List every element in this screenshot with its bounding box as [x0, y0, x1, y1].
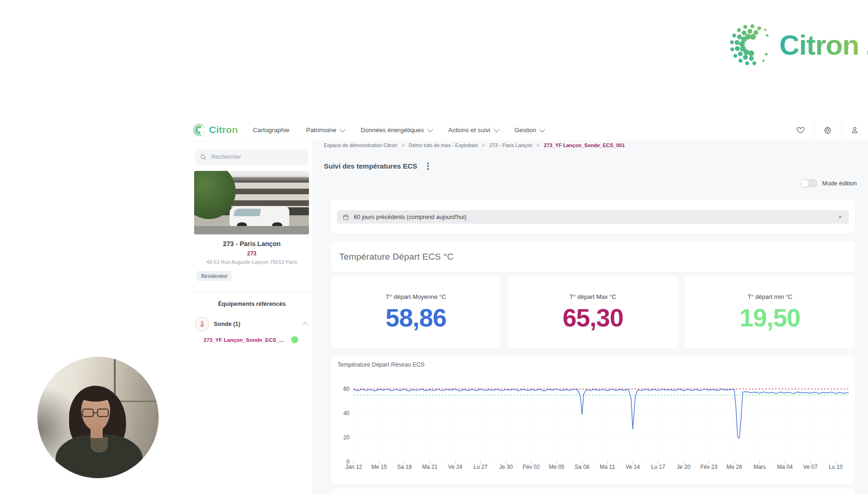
breadcrumb-item[interactable]: 273 - Paris Lançon: [489, 142, 532, 148]
svg-text:Ve 24: Ve 24: [448, 464, 462, 470]
building-tag-badge: Résidentiel: [196, 271, 232, 281]
svg-text:Fév 02: Fév 02: [523, 464, 540, 470]
section-header-card: Température Départ ECS °C: [331, 241, 855, 272]
date-filter-card: 60 jours précédents (comprend aujourd'hu…: [331, 200, 855, 233]
line-chart-canvas: Jan 12Me 15Sa 18Ma 21Ve 24Lu 27Je 30Fév …: [331, 375, 855, 477]
date-filter-label: 60 jours précédents (comprend aujourd'hu…: [354, 214, 466, 220]
calendar-icon: [343, 214, 349, 220]
svg-text:Me 05: Me 05: [549, 464, 565, 470]
close-icon[interactable]: ×: [837, 213, 843, 220]
svg-text:Sa 18: Sa 18: [397, 464, 412, 470]
mode-edition-toggle[interactable]: [801, 179, 818, 188]
svg-text:Me 15: Me 15: [371, 464, 387, 470]
app-navbar: Citron . Cartographie Patrimoine Données…: [190, 119, 868, 141]
svg-text:Mars: Mars: [753, 464, 766, 470]
equipment-group-sonde[interactable]: Sonde (1): [195, 315, 308, 333]
chevron-down-icon: [427, 126, 433, 132]
sidebar: 273 - Paris Lançon 273 49-53 Rue Auguste…: [190, 141, 314, 495]
breadcrumb: Espace de démonstration Citron > Démo tu…: [324, 142, 625, 148]
main-content: Espace de démonstration Citron > Démo tu…: [314, 141, 868, 495]
stat-value-moyenne: 58,86: [385, 303, 446, 332]
settings-button[interactable]: [814, 119, 841, 141]
svg-text:Lu 27: Lu 27: [474, 464, 488, 470]
search-input[interactable]: [211, 154, 303, 160]
svg-text:Ve 14: Ve 14: [626, 464, 640, 470]
svg-text:Je 20: Je 20: [677, 464, 691, 470]
favorites-button[interactable]: [787, 119, 814, 141]
citron-logo-mark-small-icon: [192, 123, 206, 137]
breadcrumb-item-current[interactable]: 273_YF Lançon_Sonde_ECS_001: [544, 142, 625, 148]
chart-title: Température Départ Réseau ECS: [337, 361, 425, 368]
chevron-down-icon: [339, 126, 345, 132]
nav-item-donnees-energetiques[interactable]: Données énergétiques: [361, 127, 432, 134]
chevron-up-icon[interactable]: [302, 322, 308, 328]
white-van: [230, 206, 289, 226]
svg-text:40: 40: [343, 410, 350, 417]
page-title: Suivi des températures ECS: [324, 162, 417, 170]
chart-card: Température Départ Réseau ECS Jan 12Me 1…: [331, 356, 855, 485]
stat-card-min: T° départ min °C 19,50: [685, 276, 855, 349]
svg-text:60: 60: [343, 386, 350, 392]
building-name: 273 - Paris Lançon: [190, 240, 313, 248]
nav-item-cartographie[interactable]: Cartographie: [253, 127, 289, 134]
svg-text:Sa 08: Sa 08: [575, 464, 590, 470]
webcam-overlay: [37, 357, 159, 478]
equipment-header: Équipements référencés: [190, 301, 313, 307]
status-dot: [291, 336, 298, 343]
svg-text:Me 26: Me 26: [727, 464, 742, 470]
breadcrumb-item[interactable]: Espace de démonstration Citron: [324, 142, 397, 148]
kebab-menu-icon[interactable]: [426, 161, 430, 171]
road: [194, 226, 309, 234]
chevron-down-icon: [493, 126, 499, 132]
mode-edition-label: Mode édition: [822, 180, 857, 187]
nav-actions: [787, 119, 868, 141]
citron-wordmark-period: .: [866, 29, 868, 61]
user-icon: [850, 126, 859, 134]
chevron-down-icon: [539, 126, 546, 132]
citron-wordmark-nav-dot: .: [239, 131, 240, 135]
svg-text:Ma 04: Ma 04: [777, 464, 793, 470]
divider: [190, 292, 313, 293]
heart-icon: [796, 126, 805, 134]
gear-icon: [823, 126, 832, 134]
citron-wordmark-nav: Citron: [209, 124, 238, 135]
svg-text:Je 30: Je 30: [499, 464, 513, 470]
person-glasses: [82, 409, 109, 417]
search-icon: [200, 154, 207, 161]
nav-menu: Cartographie Patrimoine Données énergéti…: [253, 127, 544, 134]
nav-item-actions-et-suivi[interactable]: Actions et suivi: [448, 127, 498, 134]
svg-text:Ve 07: Ve 07: [803, 464, 818, 470]
section-title: Température Départ ECS °C: [339, 252, 454, 262]
citron-logo-mark-icon: [728, 22, 773, 67]
svg-text:Lu 10: Lu 10: [829, 464, 843, 470]
svg-text:Fév 23: Fév 23: [700, 464, 718, 470]
citron-logo-large: Citron . ®: [728, 22, 868, 67]
breadcrumb-item[interactable]: Démo tuto de max - Exploitant: [409, 142, 478, 148]
date-filter[interactable]: 60 jours précédents (comprend aujourd'hu…: [337, 210, 849, 224]
search-box: [195, 149, 308, 165]
svg-text:20: 20: [343, 434, 350, 441]
screen: Citron . ® Citron . Cartographie Patrimo…: [0, 0, 868, 495]
stat-value-max: 65,30: [562, 303, 623, 332]
stat-card-moyenne: T° départ Moyenne °C 58,86: [331, 276, 501, 349]
citron-logo-nav[interactable]: Citron .: [192, 123, 240, 137]
building-photo: [194, 171, 309, 234]
stat-cards: T° départ Moyenne °C 58,86 T° départ Max…: [331, 276, 855, 349]
svg-text:Lu 17: Lu 17: [651, 464, 665, 470]
equipment-item-link[interactable]: 273_YF Lançon_Sonde_ECS_...: [203, 336, 304, 343]
stat-value-min: 19,50: [740, 303, 800, 332]
svg-text:Ma 21: Ma 21: [422, 464, 438, 470]
svg-text:0: 0: [346, 459, 350, 465]
account-button[interactable]: [841, 119, 868, 141]
nav-item-gestion[interactable]: Gestion: [515, 127, 544, 134]
nav-item-patrimoine[interactable]: Patrimoine: [306, 127, 344, 134]
building-code: 273: [190, 250, 313, 257]
citron-wordmark: Citron: [779, 29, 859, 61]
svg-text:Ma 11: Ma 11: [600, 464, 615, 470]
thermometer-icon: [195, 317, 209, 331]
stat-card-max: T° départ Max °C 65,30: [508, 276, 678, 349]
next-section-card: [331, 488, 855, 495]
building-address: 49-53 Rue Auguste Lançon 75013 Paris: [190, 259, 313, 265]
